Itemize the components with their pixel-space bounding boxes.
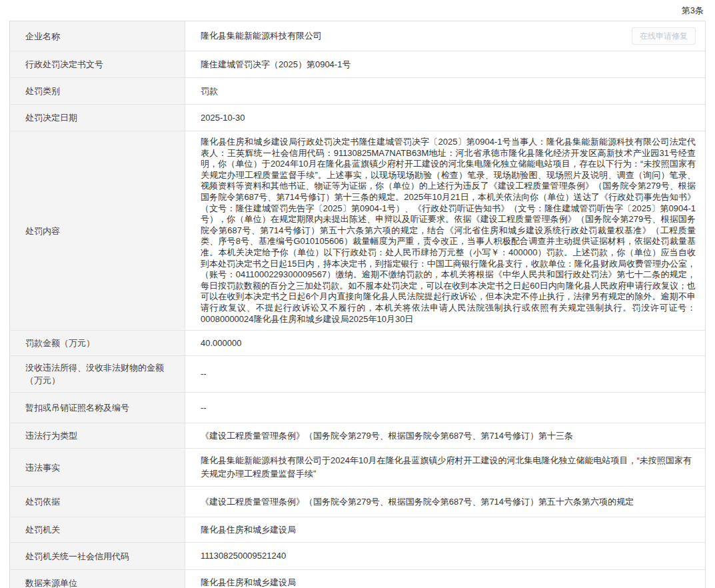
table-row-penalty-authority: 处罚机关 隆化县住房和城乡建设局: [10, 517, 705, 543]
table-row-data-source-unit: 数据来源单位 隆化县住房和城乡建设局: [10, 570, 705, 588]
row-value: 隆化县住房和城乡建设局行政处罚决定书隆住建城管罚决字〔2025〕第0904-1号…: [185, 131, 705, 330]
row-value: --: [185, 393, 705, 423]
row-value: 隆住建城管罚决字（2025）第0904-1号: [185, 51, 705, 77]
row-label: 行政处罚决定书文号: [10, 51, 185, 77]
table-row-penalty-category: 处罚类别 罚款: [10, 78, 705, 105]
row-label: 没收违法所得、没收非法财物的金额（万元）: [10, 356, 185, 392]
online-repair-button[interactable]: 在线申请修复: [632, 27, 696, 45]
row-label: 处罚内容: [10, 131, 185, 330]
row-value: 111308250009521240: [185, 543, 705, 569]
row-label: 暂扣或吊销证照名称及编号: [10, 393, 185, 423]
row-label: 处罚依据: [10, 487, 185, 517]
row-value: 隆化县住房和城乡建设局: [185, 570, 705, 588]
row-value: 隆化县集能新能源科技有限公司于2024年10月在隆化县蓝旗镇少府村开工建设的河北…: [185, 449, 705, 486]
row-label: 罚款金额（万元）: [10, 331, 185, 355]
row-value: 隆化县集能新能源科技有限公司 在线申请修复: [185, 21, 705, 51]
row-label: 处罚决定日期: [10, 105, 185, 131]
row-label: 处罚机关统一社会信用代码: [10, 543, 185, 569]
table-row-decision-number: 行政处罚决定书文号 隆住建城管罚决字（2025）第0904-1号: [10, 51, 705, 78]
table-row-decision-date: 处罚决定日期 2025-10-30: [10, 105, 705, 131]
row-label: 处罚类别: [10, 78, 185, 104]
penalty-detail-table: 企业名称 隆化县集能新能源科技有限公司 在线申请修复 行政处罚决定书文号 隆住建…: [9, 21, 706, 588]
row-value: 《建设工程质量管理条例》（国务院令第279号、根据国务院令第687号、第714号…: [185, 423, 705, 448]
penalty-content-text: 隆化县住房和城乡建设局行政处罚决定书隆住建城管罚决字〔2025〕第0904-1号…: [201, 137, 696, 325]
row-label: 处罚机关: [10, 517, 185, 542]
table-row-penalty-content: 处罚内容 隆化县住房和城乡建设局行政处罚决定书隆住建城管罚决字〔2025〕第09…: [10, 131, 705, 331]
row-label: 违法行为类型: [10, 423, 185, 448]
row-value: 罚款: [185, 78, 705, 104]
row-value: 2025-10-30: [185, 105, 705, 131]
company-name: 隆化县集能新能源科技有限公司: [201, 29, 322, 43]
row-value: 隆化县住房和城乡建设局: [185, 517, 705, 542]
table-row-penalty-basis: 处罚依据 《建设工程质量管理条例》（国务院令第279号、根据国务院令第687号、…: [10, 487, 705, 517]
record-counter: 第3条: [682, 5, 704, 17]
penalty-record-page: 第3条 企业名称 隆化县集能新能源科技有限公司 在线申请修复 行政处罚决定书文号…: [0, 0, 715, 588]
table-row-confiscation-amount: 没收违法所得、没收非法财物的金额（万元） --: [10, 356, 705, 393]
row-value: 40.000000: [185, 331, 705, 355]
row-value: --: [185, 356, 705, 392]
table-row-authority-credit-code: 处罚机关统一社会信用代码 111308250009521240: [10, 543, 705, 570]
row-label: 违法事实: [10, 449, 185, 486]
table-row-license-suspension: 暂扣或吊销证照名称及编号 --: [10, 393, 705, 423]
table-row-fine-amount: 罚款金额（万元） 40.000000: [10, 331, 705, 356]
table-row-violation-type: 违法行为类型 《建设工程质量管理条例》（国务院令第279号、根据国务院令第687…: [10, 423, 705, 449]
row-label: 企业名称: [10, 21, 185, 51]
table-row-company-name: 企业名称 隆化县集能新能源科技有限公司 在线申请修复: [10, 21, 705, 51]
row-value: 《建设工程质量管理条例》（国务院令第279号、根据国务院令第687号、第714号…: [185, 487, 705, 517]
row-label: 数据来源单位: [10, 570, 185, 588]
table-row-violation-facts: 违法事实 隆化县集能新能源科技有限公司于2024年10月在隆化县蓝旗镇少府村开工…: [10, 449, 705, 487]
